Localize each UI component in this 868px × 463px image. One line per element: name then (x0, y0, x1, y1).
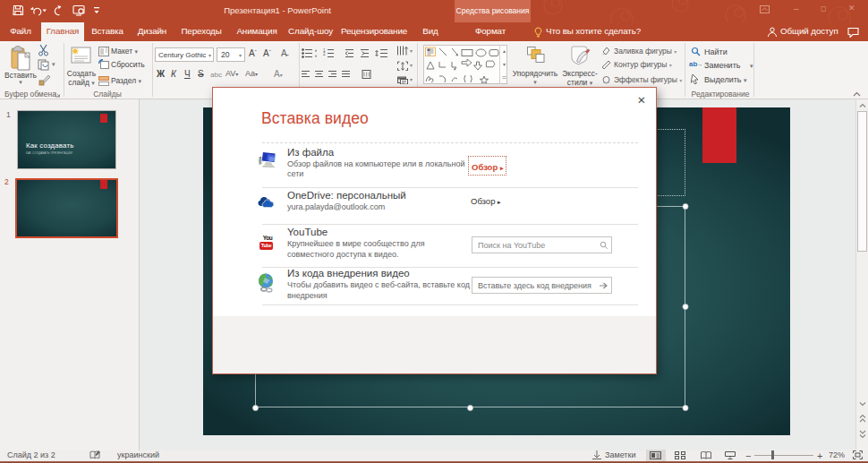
svg-text:2: 2 (323, 52, 326, 56)
